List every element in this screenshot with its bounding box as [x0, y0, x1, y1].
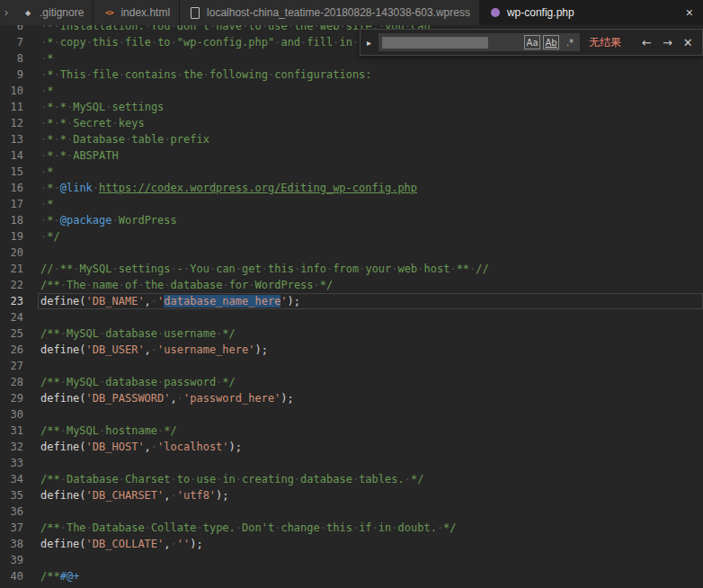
find-next-button[interactable]: →: [660, 36, 675, 49]
find-close-icon[interactable]: ✕: [681, 36, 696, 49]
code-text: ·*·*·Secret·keys: [23, 115, 703, 131]
code-text: ·*/: [23, 228, 703, 245]
whole-word-toggle[interactable]: Ab: [543, 35, 559, 49]
code-text: /**·The·name·of·the·database·for·WordPre…: [23, 277, 703, 293]
code-line[interactable]: 28/**·MySQL·database·password·*/: [0, 374, 703, 390]
code-text: /**·MySQL·database·username·*/: [23, 325, 703, 342]
code-line-current[interactable]: 23define('DB_NAME',·'database_name_here'…: [0, 293, 703, 309]
code-line[interactable]: 19·*/: [0, 228, 703, 245]
line-number: 8: [0, 50, 23, 67]
code-line[interactable]: 38define('DB_COLLATE',·'');: [0, 536, 703, 552]
code-line[interactable]: 11·*·*·MySQL·settings: [0, 99, 703, 115]
tab-gitignore[interactable]: ◆ .gitignore: [13, 0, 93, 25]
find-results-label: 无结果: [589, 35, 621, 50]
code-line[interactable]: 21//·**·MySQL·settings·-·You·can·get·thi…: [0, 261, 703, 277]
code-text: ·*·This·file·contains·the·following·conf…: [23, 67, 703, 83]
php-icon: [489, 6, 502, 19]
tab-label: .gitignore: [40, 6, 84, 19]
code-line[interactable]: 24: [0, 309, 703, 325]
line-number: 28: [0, 374, 23, 390]
code-line[interactable]: 37/**·The·Database·Collate·type.·Don't·c…: [0, 520, 703, 536]
code-line[interactable]: 36: [0, 503, 703, 520]
line-number: 33: [0, 455, 23, 471]
code-text: ·*·@link·https://codex.wordpress.org/Edi…: [23, 180, 703, 196]
code-line[interactable]: 26define('DB_USER',·'username_here');: [0, 342, 703, 358]
code-text: [23, 503, 703, 520]
vscode-window: 6·*·installation.·You·don't·have·to·use·…: [0, 0, 703, 588]
code-text: define('DB_NAME',·'database_name_here');: [23, 293, 703, 309]
code-line[interactable]: 39: [0, 552, 703, 568]
line-number: 39: [0, 552, 23, 568]
match-case-toggle[interactable]: Aa: [524, 35, 540, 49]
line-number: 20: [0, 245, 23, 261]
line-number: 25: [0, 325, 23, 342]
code-line[interactable]: 20: [0, 245, 703, 261]
line-number: 7: [0, 34, 23, 50]
code-line[interactable]: 27: [0, 358, 703, 374]
code-line[interactable]: 17·*: [0, 196, 703, 212]
code-text: //·**·MySQL·settings·-·You·can·get·this·…: [23, 261, 703, 277]
line-number: 10: [0, 83, 23, 99]
code-line[interactable]: 10·*: [0, 83, 703, 99]
find-widget: ▸ Aa Ab .* 无结果 ← → ✕: [360, 29, 703, 56]
line-number: 38: [0, 536, 23, 552]
line-number: 15: [0, 164, 23, 180]
code-line[interactable]: 29define('DB_PASSWORD',·'password_here')…: [0, 390, 703, 406]
tab-close-icon[interactable]: ×: [683, 5, 696, 20]
line-number: 13: [0, 131, 23, 147]
code-line[interactable]: 31/**·MySQL·hostname·*/: [0, 423, 703, 439]
line-number: 22: [0, 277, 23, 293]
code-line[interactable]: 15·*: [0, 164, 703, 180]
code-text: define('DB_CHARSET',·'utf8');: [23, 487, 703, 503]
code-line[interactable]: 9·*·This·file·contains·the·following·con…: [0, 67, 703, 83]
line-number: 31: [0, 423, 23, 439]
code-line[interactable]: 13·*·*·Database·table·prefix: [0, 131, 703, 147]
code-line[interactable]: 30: [0, 406, 703, 423]
regex-toggle[interactable]: .*: [562, 35, 578, 49]
code-text: [23, 455, 703, 471]
line-number: 11: [0, 99, 23, 115]
code-text: [23, 552, 703, 568]
code-line[interactable]: 22/**·The·name·of·the·database·for·WordP…: [0, 277, 703, 293]
code-line[interactable]: 12·*·*·Secret·keys: [0, 115, 703, 131]
code-line[interactable]: 34/**·Database·Charset·to·use·in·creatin…: [0, 471, 703, 487]
line-number: 14: [0, 147, 23, 164]
code-line[interactable]: 32define('DB_HOST',·'localhost');: [0, 439, 703, 455]
code-text: ·*·*·ABSPATH: [23, 147, 703, 164]
code-line[interactable]: 18·*·@package·WordPress: [0, 212, 703, 228]
line-number: 35: [0, 487, 23, 503]
code-text: define('DB_PASSWORD',·'password_here');: [23, 390, 703, 406]
code-line[interactable]: 14·*·*·ABSPATH: [0, 147, 703, 164]
line-number: 37: [0, 520, 23, 536]
line-number: 24: [0, 309, 23, 325]
code-line[interactable]: 40/**#@+: [0, 568, 703, 584]
tab-wpress-file[interactable]: localhost-china_teatime-20180828-143038-…: [180, 0, 480, 25]
code-line[interactable]: 16·*·@link·https://codex.wordpress.org/E…: [0, 180, 703, 196]
tab-label: localhost-china_teatime-20180828-143038-…: [207, 6, 470, 19]
code-text: define('DB_USER',·'username_here');: [23, 342, 703, 358]
code-text: [23, 406, 703, 423]
find-previous-button[interactable]: ←: [639, 36, 654, 49]
line-number: 27: [0, 358, 23, 374]
tab-overflow-chevron[interactable]: ›: [0, 0, 13, 25]
line-number: 36: [0, 503, 23, 520]
code-text: /**·The·Database·Collate·type.·Don't·cha…: [23, 520, 703, 536]
line-number: 19: [0, 228, 23, 245]
line-number: 17: [0, 196, 23, 212]
line-number: 29: [0, 390, 23, 406]
tab-wp-config-php[interactable]: wp-config.php ×: [480, 0, 703, 25]
gitignore-icon: ◆: [22, 6, 34, 19]
code-line[interactable]: 33: [0, 455, 703, 471]
code-text: define('DB_HOST',·'localhost');: [23, 439, 703, 455]
code-line[interactable]: 35define('DB_CHARSET',·'utf8');: [0, 487, 703, 503]
code-line[interactable]: 25/**·MySQL·database·username·*/: [0, 325, 703, 342]
code-text: /**·MySQL·database·password·*/: [23, 374, 703, 390]
code-text: [23, 309, 703, 325]
html-icon-glyph: <>: [105, 8, 113, 17]
code-text: /**#@+: [23, 568, 703, 584]
code-text: ·*: [23, 83, 703, 99]
tab-bar: › ◆ .gitignore <> index.html localhost-c…: [0, 0, 703, 25]
tab-index-html[interactable]: <> index.html: [93, 0, 180, 25]
find-input[interactable]: Aa Ab .*: [378, 33, 580, 51]
find-replace-expand-icon[interactable]: ▸: [365, 38, 373, 48]
